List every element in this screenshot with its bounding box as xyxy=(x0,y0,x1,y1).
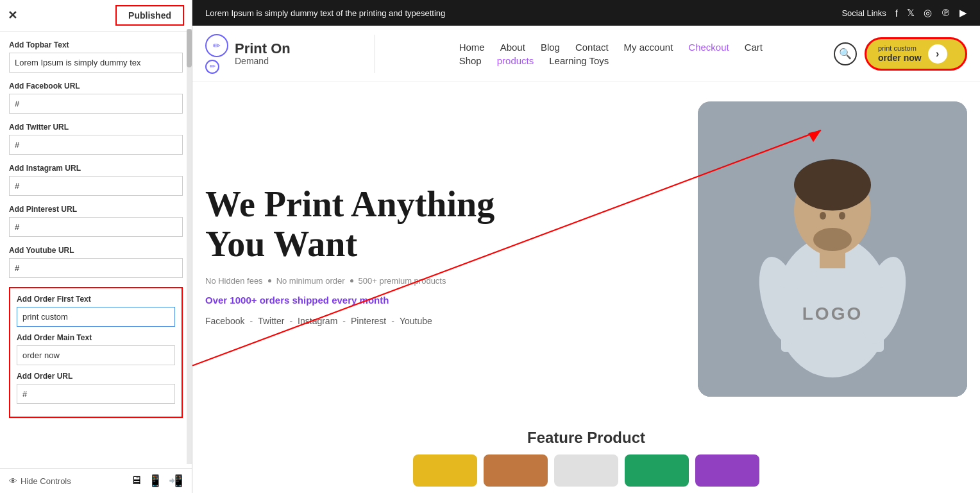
youtube-url-group: Add Youtube URL xyxy=(9,246,183,278)
social-pinterest[interactable]: Pinterest xyxy=(351,316,386,326)
nav-checkout[interactable]: Checkout xyxy=(688,42,729,53)
scrollbar-track xyxy=(187,29,192,464)
nav-cart[interactable]: Cart xyxy=(745,42,763,53)
pinterest-url-input[interactable] xyxy=(9,217,183,237)
product-card-1[interactable] xyxy=(413,454,477,487)
product-card-5[interactable] xyxy=(695,454,759,487)
instagram-url-group: Add Instagram URL xyxy=(9,164,183,196)
product-card-4[interactable] xyxy=(625,454,689,487)
hide-controls-label: Hide Controls xyxy=(21,476,71,486)
order-btn-first-text: print custom xyxy=(878,44,922,53)
topbar-text-input[interactable] xyxy=(9,53,183,73)
close-button[interactable]: ✕ xyxy=(8,8,17,22)
nav-home[interactable]: Home xyxy=(459,42,485,53)
panel-body: Add Topbar Text Add Facebook URL Add Twi… xyxy=(0,31,192,468)
sep-2: - xyxy=(289,316,292,326)
mobile-icon[interactable]: 📲 xyxy=(169,474,183,488)
social-links-label: Social Links xyxy=(841,8,886,18)
nav-blog[interactable]: Blog xyxy=(541,42,560,53)
instagram-icon[interactable]: ◎ xyxy=(924,7,932,19)
sep-1: - xyxy=(249,316,253,326)
nav-myaccount[interactable]: My account xyxy=(624,42,673,53)
nav-separator xyxy=(375,35,375,73)
svg-point-10 xyxy=(839,212,845,220)
topbar-text-label: Add Topbar Text xyxy=(9,40,183,49)
nav-shop[interactable]: Shop xyxy=(459,55,482,66)
social-twitter[interactable]: Twitter xyxy=(258,316,284,326)
desktop-icon[interactable]: 🖥 xyxy=(130,474,142,488)
bullet-dot-2 xyxy=(350,279,353,282)
tablet-icon[interactable]: 📱 xyxy=(148,474,162,488)
instagram-url-label: Add Instagram URL xyxy=(9,164,183,173)
nav-about[interactable]: About xyxy=(500,42,525,53)
order-url-label: Add Order URL xyxy=(17,372,175,381)
left-panel: ✕ Published Add Topbar Text Add Facebook… xyxy=(0,0,192,493)
social-links-section: Social Links f 𝕏 ◎ ℗ ▶ xyxy=(841,7,967,19)
instagram-url-input[interactable] xyxy=(9,176,183,196)
youtube-url-label: Add Youtube URL xyxy=(9,246,183,255)
hero-title: We Print Anything You Want xyxy=(205,185,685,264)
social-youtube[interactable]: Youtube xyxy=(400,316,432,326)
eye-icon: 👁 xyxy=(9,476,17,486)
panel-header: ✕ Published xyxy=(0,0,192,31)
nav-learning-toys[interactable]: Learning Toys xyxy=(549,55,609,66)
feature-title: Feature Product xyxy=(205,429,967,447)
man-illustration: LOGO xyxy=(698,101,967,397)
scrollbar-thumb[interactable] xyxy=(187,29,192,67)
svg-point-9 xyxy=(820,212,826,220)
nav-contact[interactable]: Contact xyxy=(575,42,609,53)
order-url-input[interactable] xyxy=(17,384,175,404)
product-card-3[interactable] xyxy=(554,454,618,487)
social-instagram[interactable]: Instagram xyxy=(298,316,337,326)
hero-social: Facebook - Twitter - Instagram - Pintere… xyxy=(205,316,685,326)
youtube-icon[interactable]: ▶ xyxy=(959,7,967,19)
order-main-text-input[interactable] xyxy=(17,345,175,365)
order-first-text-group: Add Order First Text xyxy=(17,295,175,327)
order-fields-group: Add Order First Text Add Order Main Text… xyxy=(9,287,183,418)
sep-4: - xyxy=(391,316,394,326)
order-button[interactable]: print custom order now › xyxy=(865,37,967,71)
brand-circle-bottom: ✏ xyxy=(205,60,219,74)
nav-products[interactable]: products xyxy=(497,55,534,66)
hero-tagline: Over 1000+ orders shipped every month xyxy=(205,295,685,306)
hero-image: LOGO xyxy=(698,101,967,397)
pinterest-url-group: Add Pinterest URL xyxy=(9,205,183,237)
search-button[interactable]: 🔍 xyxy=(834,42,857,65)
panel-footer: 👁 Hide Controls 🖥 📱 📲 xyxy=(0,468,192,493)
hero-content: We Print Anything You Want No Hidden fee… xyxy=(205,101,698,410)
preview-area: Lorem Ipsum is simply dummy text of the … xyxy=(192,0,980,493)
youtube-url-input[interactable] xyxy=(9,258,183,278)
twitter-url-group: Add Twitter URL xyxy=(9,123,183,155)
facebook-icon[interactable]: f xyxy=(895,8,898,19)
order-btn-text: print custom order now xyxy=(878,44,922,64)
bullet-3: 500+ premium products xyxy=(359,276,446,286)
hero-bullets: No Hidden fees No minimum order 500+ pre… xyxy=(205,276,685,286)
product-card-2[interactable] xyxy=(484,454,548,487)
brand-name: Print On xyxy=(235,42,291,56)
hero-title-line2: You Want xyxy=(205,224,357,264)
twitter-url-input[interactable] xyxy=(9,135,183,155)
pinterest-icon[interactable]: ℗ xyxy=(941,7,950,19)
twitter-icon[interactable]: 𝕏 xyxy=(907,7,915,19)
man-svg: LOGO xyxy=(698,101,967,397)
svg-rect-12 xyxy=(775,268,890,288)
published-button[interactable]: Published xyxy=(115,5,184,26)
facebook-url-input[interactable] xyxy=(9,94,183,114)
hide-controls-button[interactable]: 👁 Hide Controls xyxy=(9,476,71,486)
twitter-url-label: Add Twitter URL xyxy=(9,123,183,132)
order-first-text-input[interactable] xyxy=(17,307,175,327)
social-facebook[interactable]: Facebook xyxy=(205,316,244,326)
nav-row-2: Shop products Learning Toys xyxy=(459,55,763,66)
svg-text:LOGO: LOGO xyxy=(802,304,863,324)
feature-products-row xyxy=(205,454,967,487)
facebook-url-label: Add Facebook URL xyxy=(9,82,183,91)
bullet-dot-1 xyxy=(268,279,271,282)
brand: ✏ ✏ Print On Demand xyxy=(205,34,291,74)
hero-section: We Print Anything You Want No Hidden fee… xyxy=(192,82,980,422)
bullet-2: No minimum order xyxy=(276,276,345,286)
order-btn-arrow: › xyxy=(928,44,947,64)
brand-circle-top: ✏ xyxy=(205,34,228,57)
brand-text: Print On Demand xyxy=(235,42,291,66)
order-main-text-label: Add Order Main Text xyxy=(17,333,175,342)
nav-right: 🔍 print custom order now › xyxy=(834,37,967,71)
